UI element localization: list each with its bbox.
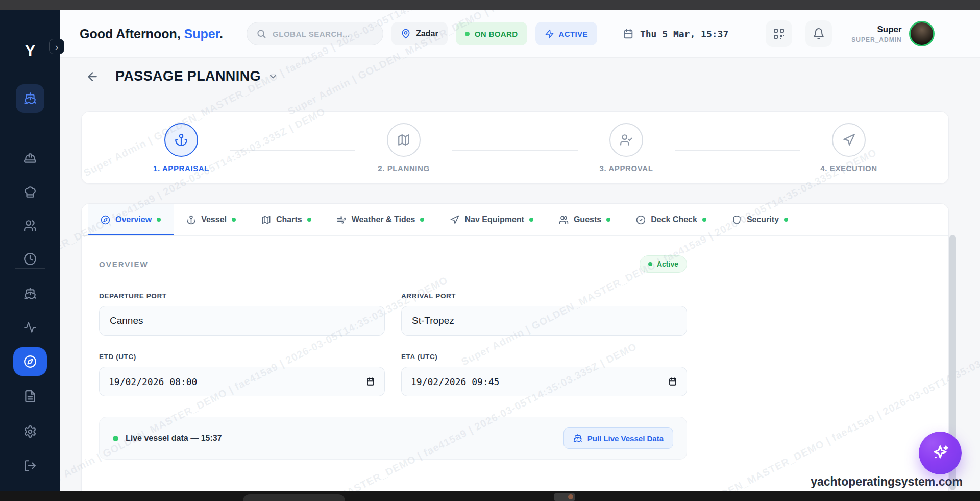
datetime-display: Thu 5 Mar, 15:37 [623, 28, 728, 39]
arrival-port-input[interactable] [411, 315, 677, 327]
tab-security[interactable]: Security [719, 204, 801, 235]
onboard-label: ON BOARD [475, 30, 518, 38]
users-icon [559, 215, 569, 225]
step-connector [230, 150, 355, 151]
sidebar-item-galley[interactable] [16, 178, 44, 206]
global-search[interactable] [247, 22, 383, 45]
search-icon [256, 29, 266, 39]
avatar[interactable] [909, 21, 935, 46]
gear-icon [23, 425, 37, 438]
sidebar-item-vessel[interactable] [16, 279, 44, 308]
passage-form: DEPARTURE PORT ARRIVAL PORT ETD (UTC) [99, 292, 687, 414]
sidebar-toggle-button[interactable]: › [49, 39, 64, 54]
search-input[interactable] [272, 29, 371, 39]
activity-icon [23, 321, 37, 334]
navigation-icon [450, 215, 459, 225]
step-circle [164, 123, 198, 157]
eta-input[interactable]: 19/02/2026 09:45 [401, 367, 687, 396]
step-approval[interactable]: 3. APPROVAL [578, 123, 675, 173]
etd-input[interactable]: 19/02/2026 08:00 [99, 367, 385, 396]
step-circle [609, 123, 643, 157]
notifications-button[interactable] [805, 20, 832, 47]
greeting: Good Afternoon, Super. [80, 27, 223, 41]
anchor-icon [186, 215, 196, 225]
sidebar-item-passage-planning[interactable] [13, 347, 47, 376]
tab-charts[interactable]: Charts [249, 204, 324, 235]
user-menu[interactable]: Super SUPER_ADMIN [851, 21, 934, 46]
ship-icon [23, 287, 37, 300]
live-vessel-panel: Live vessel data — 15:37 Pull Live Vesse… [99, 417, 687, 460]
sidebar-item-documents[interactable] [16, 382, 44, 411]
status-badge: Active [640, 255, 687, 273]
tab-status-dot [606, 218, 610, 222]
departure-port-label: DEPARTURE PORT [99, 292, 385, 300]
dock-item[interactable] [243, 494, 345, 501]
chef-hat-icon [23, 185, 37, 199]
navigation-icon [842, 133, 855, 147]
overview-panel: OVERVIEW Active DEPARTURE PORT ARRIV [82, 255, 948, 460]
location-label: Zadar [416, 29, 438, 38]
page-title-row: PASSAGE PLANNING [86, 68, 278, 84]
sidebar-item-guests[interactable] [16, 211, 44, 240]
tab-vessel[interactable]: Vessel [174, 204, 249, 235]
green-status-dot [113, 436, 118, 441]
arrival-port-field [401, 306, 687, 336]
sidebar-item-schedule[interactable] [16, 245, 44, 273]
sidebar: Y [0, 10, 60, 491]
map-icon [261, 215, 271, 225]
dock-avatar [568, 494, 573, 499]
logout-icon [23, 459, 37, 472]
onboard-status-chip[interactable]: ON BOARD [456, 22, 527, 45]
tab-nav-equipment[interactable]: Nav Equipment [437, 204, 546, 235]
map-pin-icon [401, 29, 411, 39]
sparkle-icon [930, 443, 950, 463]
step-execution[interactable]: 4. EXECUTION [800, 123, 897, 173]
sidebar-item-logout[interactable] [16, 451, 44, 480]
qr-code-button[interactable] [766, 20, 792, 47]
calendar-icon[interactable] [668, 377, 677, 386]
bell-icon [813, 28, 825, 40]
wind-icon [337, 215, 347, 225]
shield-icon [732, 215, 742, 225]
main-content: PASSAGE PLANNING 1. APPRAISAL [60, 57, 980, 491]
location-chip[interactable]: Zadar [391, 22, 448, 45]
tab-weather-tides[interactable]: Weather & Tides [324, 204, 437, 235]
chevron-right-icon: › [55, 42, 58, 52]
ai-assistant-fab[interactable] [919, 432, 962, 474]
pull-live-vessel-data-button[interactable]: Pull Live Vessel Data [564, 427, 673, 449]
tab-deck-check[interactable]: Deck Check [623, 204, 719, 235]
chevron-down-icon [268, 71, 278, 82]
user-name: Super [851, 25, 901, 35]
calendar-icon[interactable] [366, 377, 375, 386]
step-circle [832, 123, 866, 157]
passage-stepper: 1. APPRAISAL 2. PLANNING 3. APPROVAL [82, 112, 948, 173]
tab-overview[interactable]: Overview [88, 204, 174, 235]
sidebar-divider [15, 268, 45, 269]
sidebar-item-settings[interactable] [16, 417, 44, 446]
green-status-dot [465, 32, 470, 36]
back-button[interactable] [86, 70, 99, 83]
step-appraisal[interactable]: 1. APPRAISAL [133, 123, 230, 173]
back-arrow-icon [86, 70, 99, 83]
bolt-icon [545, 29, 554, 39]
dock-item[interactable] [554, 493, 575, 501]
active-label: ACTIVE [559, 30, 588, 38]
map-icon [397, 133, 410, 147]
tab-guests[interactable]: Guests [546, 204, 623, 235]
tab-bar: Overview Vessel Charts Weather & Tides N… [82, 204, 948, 236]
step-planning[interactable]: 2. PLANNING [355, 123, 452, 173]
sidebar-item-monitoring[interactable] [16, 313, 44, 342]
os-dock-bar [0, 491, 980, 501]
page-title: PASSAGE PLANNING [115, 68, 261, 84]
anchor-icon [175, 133, 188, 147]
hard-hat-icon [23, 152, 37, 165]
active-status-chip[interactable]: ACTIVE [535, 22, 597, 45]
sidebar-item-fleet[interactable] [16, 84, 44, 113]
sidebar-item-crew[interactable] [16, 144, 44, 173]
eta-label: ETA (UTC) [401, 353, 687, 361]
tab-status-dot [420, 218, 424, 222]
user-info: Super SUPER_ADMIN [851, 25, 901, 43]
departure-port-input[interactable] [109, 315, 375, 327]
title-dropdown-button[interactable] [268, 71, 278, 82]
check-circle-icon [636, 215, 646, 225]
